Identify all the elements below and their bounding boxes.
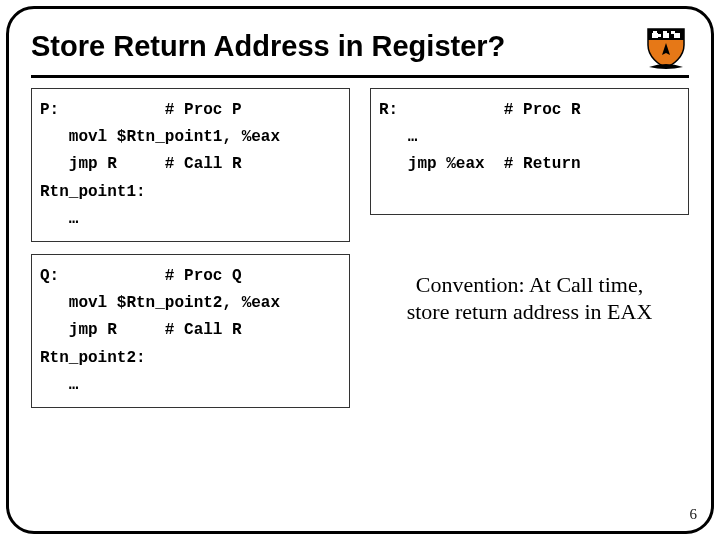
- caption: Convention: At Call time, store return a…: [370, 271, 689, 326]
- code-box-r: R: # Proc R … jmp %eax # Return: [370, 88, 689, 215]
- svg-rect-3: [674, 33, 680, 38]
- page-number: 6: [690, 506, 698, 523]
- slide-frame: Store Return Address in Register? P: # P…: [6, 6, 714, 534]
- slide-title: Store Return Address in Register?: [31, 30, 505, 63]
- code-box-p: P: # Proc P movl $Rtn_point1, %eax jmp R…: [31, 88, 350, 242]
- svg-rect-2: [663, 33, 669, 38]
- caption-line-2: store return address in EAX: [407, 299, 653, 324]
- title-row: Store Return Address in Register?: [31, 23, 689, 78]
- left-column: P: # Proc P movl $Rtn_point1, %eax jmp R…: [31, 88, 350, 408]
- right-column: R: # Proc R … jmp %eax # Return Conventi…: [370, 88, 689, 408]
- code-box-q: Q: # Proc Q movl $Rtn_point2, %eax jmp R…: [31, 254, 350, 408]
- content-area: P: # Proc P movl $Rtn_point1, %eax jmp R…: [31, 88, 689, 408]
- caption-line-1: Convention: At Call time,: [416, 272, 643, 297]
- svg-rect-1: [652, 33, 658, 38]
- princeton-shield-icon: [643, 23, 689, 69]
